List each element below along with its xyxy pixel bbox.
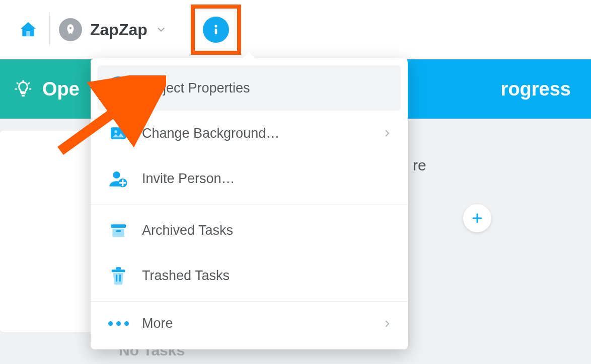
menu-item-trashed-tasks[interactable]: Trashed Tasks — [91, 253, 408, 298]
svg-point-0 — [214, 25, 217, 27]
menu-label: More — [142, 316, 173, 331]
add-task-button[interactable] — [463, 204, 491, 232]
svg-rect-8 — [111, 224, 126, 228]
rocket-icon — [64, 23, 77, 36]
status-open-label: Ope — [42, 78, 80, 100]
svg-rect-10 — [116, 230, 121, 232]
divider — [49, 13, 50, 47]
svg-point-6 — [113, 171, 120, 178]
info-icon — [107, 76, 130, 100]
menu-item-project-properties[interactable]: Project Properties — [98, 65, 401, 111]
svg-rect-9 — [112, 229, 124, 237]
image-icon — [107, 122, 130, 145]
trash-icon — [107, 264, 130, 287]
info-icon — [209, 23, 223, 37]
fragment-text: re — [413, 157, 426, 174]
menu-item-more[interactable]: More — [91, 305, 408, 342]
lightbulb-icon — [14, 80, 32, 98]
menu-separator — [91, 204, 408, 205]
menu-label: Invite Person… — [142, 171, 235, 187]
menu-separator — [91, 301, 408, 302]
archive-icon — [107, 219, 130, 242]
top-bar: ZapZap — [0, 0, 591, 59]
menu-item-archived-tasks[interactable]: Archived Tasks — [91, 208, 408, 253]
more-icon — [107, 321, 130, 326]
menu-label: Archived Tasks — [142, 223, 233, 238]
status-progress-label: rogress — [501, 78, 571, 100]
home-button[interactable] — [12, 20, 44, 40]
svg-rect-3 — [117, 87, 119, 92]
svg-point-2 — [117, 84, 119, 86]
svg-rect-1 — [214, 29, 217, 35]
svg-point-5 — [114, 130, 117, 133]
project-selector[interactable]: ZapZap — [59, 18, 167, 41]
status-column-progress[interactable]: rogress — [487, 59, 591, 119]
menu-item-invite-person[interactable]: Invite Person… — [91, 156, 408, 201]
menu-label: Trashed Tasks — [142, 268, 230, 284]
menu-label: Change Background… — [142, 126, 279, 141]
project-info-dropdown: Project Properties Change Background… In… — [91, 58, 408, 349]
svg-rect-11 — [112, 269, 125, 272]
plus-icon — [471, 212, 483, 224]
svg-rect-12 — [116, 267, 121, 269]
menu-label: Project Properties — [142, 80, 250, 96]
menu-item-change-background[interactable]: Change Background… — [91, 111, 408, 156]
project-avatar — [59, 18, 82, 41]
chevron-right-icon — [383, 129, 392, 138]
info-button-highlight — [191, 5, 241, 55]
info-button[interactable] — [203, 17, 229, 43]
project-name: ZapZap — [90, 21, 147, 39]
chevron-down-icon — [156, 24, 167, 35]
chevron-right-icon — [383, 319, 392, 328]
home-icon — [18, 20, 38, 40]
person-add-icon — [107, 167, 130, 190]
